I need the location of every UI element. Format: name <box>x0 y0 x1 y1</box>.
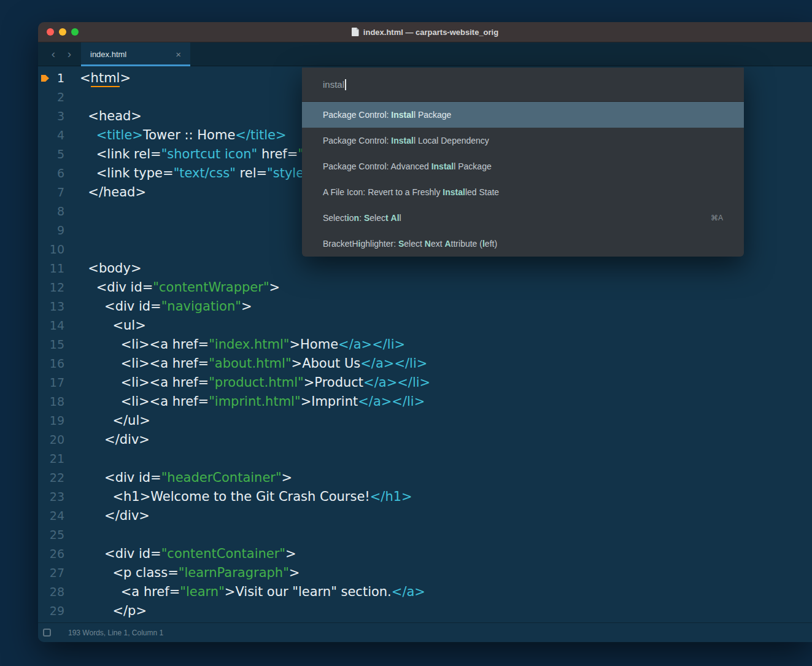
code-line[interactable]: 29 </p> <box>38 602 812 621</box>
code-line[interactable]: 11 <body> <box>38 259 812 278</box>
tab-close-icon[interactable]: × <box>176 49 181 60</box>
code-token: </a></li> <box>360 356 427 371</box>
code-text: <link type="text/css" rel="stylesh <box>80 164 319 183</box>
code-token: </div> <box>80 432 150 447</box>
code-token: <body> <box>80 261 141 276</box>
line-number-text: 22 <box>50 471 64 484</box>
code-line[interactable]: 14 <ul> <box>38 316 812 335</box>
line-number-text: 6 <box>57 166 64 180</box>
item-text: eft) <box>485 239 497 249</box>
code-token: >Imprint <box>301 394 358 409</box>
code-line[interactable]: 12 <div id="contentWrapper"> <box>38 278 812 297</box>
code-text: <div id="contentContainer"> <box>80 544 296 563</box>
back-arrow-icon[interactable]: ‹ <box>45 42 61 66</box>
status-text: 193 Words, Line 1, Column 1 <box>68 629 163 637</box>
item-text: Package Control: <box>323 136 391 145</box>
line-number: 6 <box>38 164 70 183</box>
code-line[interactable]: 15 <li><a href="index.html">Home</a></li… <box>38 335 812 354</box>
code-line[interactable]: 25 <box>38 525 812 544</box>
code-line[interactable]: 13 <div id="navigation"> <box>38 297 812 316</box>
item-text: BracketH <box>323 239 358 249</box>
palette-item[interactable]: Package Control: Advanced Install Packag… <box>302 153 744 179</box>
line-number: 28 <box>38 583 70 602</box>
line-number-text: 15 <box>50 338 64 351</box>
line-number-text: 29 <box>50 604 64 618</box>
code-token: html <box>91 71 120 87</box>
code-text: <h1>Welcome to the Git Crash Course!</h1… <box>80 487 412 506</box>
code-line[interactable]: 20 </div> <box>38 430 812 449</box>
palette-item[interactable]: Package Control: Install Package <box>302 102 744 128</box>
window-titlebar[interactable]: index.html — carparts-website_orig <box>38 22 812 42</box>
match-text: Instal <box>391 110 414 120</box>
forward-arrow-icon[interactable]: › <box>61 42 77 66</box>
code-line[interactable]: 22 <div id="headerContainer"> <box>38 468 812 487</box>
code-line[interactable]: 21 <box>38 449 812 468</box>
palette-item[interactable]: A File Icon: Revert to a Freshly Install… <box>302 179 744 205</box>
code-line[interactable]: 16 <li><a href="about.html">About Us</a>… <box>38 354 812 373</box>
line-number-text: 2 <box>57 90 64 104</box>
code-line[interactable]: 18 <li><a href="imprint.html">Imprint</a… <box>38 392 812 411</box>
line-number: 4 <box>38 126 70 145</box>
match-text: N <box>425 239 431 249</box>
line-number-text: 26 <box>50 547 64 560</box>
line-number-text: 19 <box>50 414 64 427</box>
line-number: 7 <box>38 183 70 202</box>
line-number-text: 10 <box>50 242 64 256</box>
code-text: <div id="headerContainer"> <box>80 468 292 487</box>
line-number-text: 12 <box>50 281 64 294</box>
code-line[interactable]: 26 <div id="contentContainer"> <box>38 544 812 563</box>
code-text: <div id="navigation"> <box>80 297 252 316</box>
item-text: A File Icon: Revert to a Freshly <box>323 187 443 197</box>
palette-item[interactable]: BracketHighlighter: Select Next Attribut… <box>302 231 744 257</box>
match-text: S <box>364 213 369 223</box>
close-window-button[interactable] <box>47 28 54 36</box>
zoom-window-button[interactable] <box>71 28 79 36</box>
line-number-text: 8 <box>57 204 64 218</box>
palette-item[interactable]: Package Control: Install Local Dependenc… <box>302 128 744 153</box>
line-number-text: 20 <box>50 433 64 446</box>
editor-window: index.html — carparts-website_orig ‹ › i… <box>38 22 812 642</box>
item-text: l Local Dependency <box>414 136 489 145</box>
code-token: "index.html" <box>209 337 289 352</box>
code-token: <li><a href= <box>80 337 209 352</box>
match-text: Al <box>391 213 400 223</box>
code-token: </a> <box>392 584 425 599</box>
tab-index-html[interactable]: index.html × <box>81 42 190 66</box>
line-number: 23 <box>38 487 70 506</box>
code-token: </a></li> <box>363 375 430 390</box>
code-line[interactable]: 27 <p class="learnParagraph"> <box>38 563 812 583</box>
code-text: <li><a href="about.html">About Us</a></l… <box>80 354 427 373</box>
item-text: ttribute ( <box>451 239 482 249</box>
code-text: <body> <box>80 259 141 278</box>
item-text: o <box>349 213 354 223</box>
code-token: <head> <box>80 109 142 123</box>
code-token: </ul> <box>80 413 150 428</box>
line-number: 25 <box>38 525 70 544</box>
code-token: "about.html" <box>209 356 291 371</box>
code-line[interactable]: 19 </ul> <box>38 411 812 430</box>
line-number-text: 5 <box>57 147 64 161</box>
code-line[interactable]: 28 <a href="learn">Visit our "learn" sec… <box>38 583 812 602</box>
code-text: <a href="learn">Visit our "learn" sectio… <box>80 583 425 602</box>
minimize-window-button[interactable] <box>59 28 66 36</box>
line-number: 5 <box>38 145 70 164</box>
item-text: l Package <box>414 110 451 120</box>
code-line[interactable]: 17 <li><a href="product.html">Product</a… <box>38 373 812 392</box>
code-token: > <box>241 299 252 314</box>
code-line[interactable]: 23 <h1>Welcome to the Git Crash Course!<… <box>38 487 812 506</box>
code-token: <title> <box>96 128 143 142</box>
traffic-lights <box>47 22 79 42</box>
code-line[interactable]: 24 </div> <box>38 506 812 525</box>
line-number: 15 <box>38 335 70 354</box>
palette-search-input[interactable]: instal <box>302 68 744 102</box>
status-square-icon[interactable] <box>43 629 51 637</box>
code-token: "imprint.html" <box>209 394 300 409</box>
code-token: <div id= <box>80 299 161 314</box>
code-token: </p> <box>80 603 147 618</box>
code-token: Welcome to the Git Crash Course! <box>150 489 369 504</box>
line-number: 24 <box>38 506 70 525</box>
match-text: A <box>444 239 450 249</box>
line-number-text: 4 <box>57 128 64 142</box>
palette-item[interactable]: Selection: Select All⌘A <box>302 205 744 231</box>
code-token: >About Us <box>292 356 361 371</box>
